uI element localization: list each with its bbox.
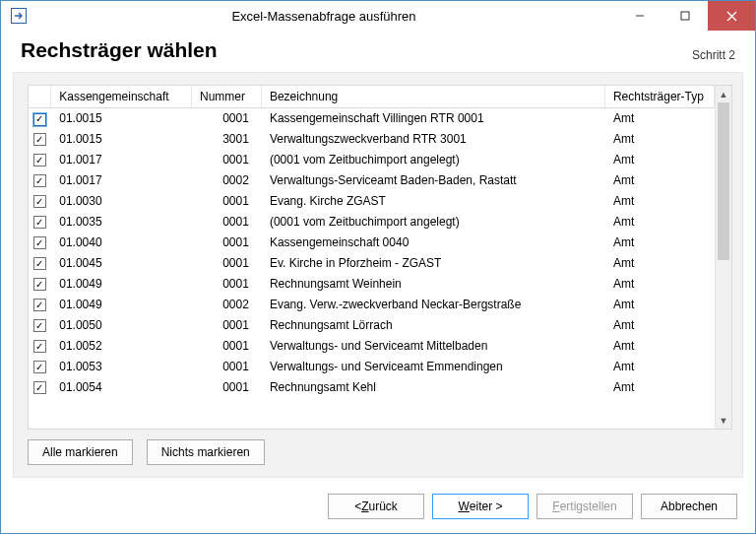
row-checkbox[interactable]: ✓ [33, 113, 46, 126]
table-row[interactable]: ✓01.00300001Evang. Kirche ZGASTAmt [29, 191, 715, 212]
table-row[interactable]: ✓01.00170001(0001 vom Zeitbuchimport ang… [29, 150, 715, 170]
cell-typ: Amt [604, 295, 714, 315]
cell-bez: Verwaltungs-Serviceamt Baden-Baden, Rast… [261, 170, 604, 191]
page-header: Rechsträger wählen Schritt 2 [1, 31, 755, 72]
content-panel: Kassengemeinschaft Nummer Bezeichnung Re… [13, 72, 743, 478]
cell-kg: 01.0015 [51, 108, 192, 129]
cell-num: 0001 [192, 150, 262, 170]
cell-num: 0001 [192, 108, 262, 129]
row-checkbox[interactable]: ✓ [33, 174, 46, 187]
table-row[interactable]: ✓01.00350001(0001 vom Zeitbuchimport ang… [29, 212, 715, 233]
row-checkbox[interactable]: ✓ [33, 257, 46, 270]
cell-num: 0001 [192, 253, 262, 274]
cell-kg: 01.0049 [51, 295, 192, 315]
cell-num: 0001 [192, 233, 262, 253]
cell-kg: 01.0017 [51, 170, 192, 191]
close-button[interactable] [708, 1, 755, 31]
cell-bez: Rechnungsamt Lörrach [261, 315, 604, 336]
cell-num: 0001 [192, 315, 262, 336]
row-checkbox[interactable]: ✓ [33, 216, 46, 229]
row-checkbox[interactable]: ✓ [33, 299, 46, 311]
cell-kg: 01.0030 [51, 191, 192, 212]
cell-bez: Evang. Kirche ZGAST [261, 191, 604, 212]
cell-bez: Verwaltungs- und Serviceamt Emmendingen [261, 357, 604, 377]
cell-kg: 01.0015 [51, 129, 192, 150]
cell-bez: Kassengemeinschaft Villingen RTR 0001 [261, 108, 604, 129]
scroll-thumb[interactable] [718, 102, 729, 260]
cell-bez: Verwaltungszweckverband RTR 3001 [261, 129, 604, 150]
cell-num: 0002 [192, 295, 262, 315]
table-row[interactable]: ✓01.00450001Ev. Kirche in Pforzheim - ZG… [29, 253, 715, 274]
col-header-kg[interactable]: Kassengemeinschaft [51, 86, 192, 108]
cell-kg: 01.0040 [51, 233, 192, 253]
app-icon [7, 4, 31, 28]
table-row[interactable]: ✓01.00153001Verwaltungszweckverband RTR … [29, 129, 715, 150]
row-checkbox[interactable]: ✓ [33, 340, 46, 353]
back-button[interactable]: < Zurück [328, 494, 424, 519]
cell-typ: Amt [604, 150, 714, 170]
table-row[interactable]: ✓01.00500001Rechnungsamt LörrachAmt [29, 315, 715, 336]
col-header-typ[interactable]: Rechtsträger-Typ [604, 86, 714, 108]
table-row[interactable]: ✓01.00400001Kassengemeinschaft 0040Amt [29, 233, 715, 253]
cell-bez: (0001 vom Zeitbuchimport angelegt) [261, 212, 604, 233]
entities-table: Kassengemeinschaft Nummer Bezeichnung Re… [29, 86, 715, 398]
table-container: Kassengemeinschaft Nummer Bezeichnung Re… [28, 85, 732, 430]
cell-bez: Rechnungsamt Weinhein [261, 274, 604, 295]
cell-bez: Verwaltungs- und Serviceamt Mittelbaden [261, 336, 604, 357]
scroll-track[interactable] [716, 102, 731, 412]
cell-num: 0001 [192, 274, 262, 295]
row-checkbox[interactable]: ✓ [33, 133, 46, 146]
cell-num: 0001 [192, 357, 262, 377]
cell-typ: Amt [604, 274, 714, 295]
cell-typ: Amt [604, 336, 714, 357]
maximize-button[interactable] [662, 1, 708, 31]
table-row[interactable]: ✓01.00170002Verwaltungs-Serviceamt Baden… [29, 170, 715, 191]
cell-num: 0001 [192, 191, 262, 212]
cell-typ: Amt [604, 129, 714, 150]
table-row[interactable]: ✓01.00490002Evang. Verw.-zweckverband Ne… [29, 295, 715, 315]
cell-num: 0002 [192, 170, 262, 191]
cell-typ: Amt [604, 108, 714, 129]
page-title: Rechsträger wählen [21, 38, 692, 62]
col-header-bez[interactable]: Bezeichnung [261, 86, 604, 108]
cell-kg: 01.0054 [51, 377, 192, 398]
cell-bez: (0001 vom Zeitbuchimport angelegt) [261, 150, 604, 170]
dialog-window: Excel-Massenabfrage ausführen Rechsträge… [0, 0, 756, 534]
row-checkbox[interactable]: ✓ [33, 319, 46, 332]
scroll-down-icon[interactable]: ▼ [716, 412, 731, 429]
step-indicator: Schritt 2 [692, 48, 735, 62]
cell-typ: Amt [604, 170, 714, 191]
next-button[interactable]: Weiter > [432, 494, 529, 519]
vertical-scrollbar[interactable]: ▲ ▼ [715, 86, 731, 429]
row-checkbox[interactable]: ✓ [33, 236, 46, 249]
table-row[interactable]: ✓01.00150001Kassengemeinschaft Villingen… [29, 108, 715, 129]
row-checkbox[interactable]: ✓ [33, 278, 46, 291]
row-checkbox[interactable]: ✓ [33, 154, 46, 167]
select-none-button[interactable]: Nichts markieren [147, 439, 265, 465]
table-row[interactable]: ✓01.00490001Rechnungsamt WeinheinAmt [29, 274, 715, 295]
cell-kg: 01.0045 [51, 253, 192, 274]
cancel-button[interactable]: Abbrechen [641, 494, 737, 519]
cell-bez: Rechnungsamt Kehl [261, 377, 604, 398]
cell-bez: Evang. Verw.-zweckverband Neckar-Bergstr… [261, 295, 604, 315]
row-checkbox[interactable]: ✓ [33, 195, 46, 208]
minimize-button[interactable] [617, 1, 662, 31]
col-header-num[interactable]: Nummer [192, 86, 262, 108]
table-row[interactable]: ✓01.00540001Rechnungsamt KehlAmt [29, 377, 715, 398]
finish-button[interactable]: Fertigstellen [536, 494, 633, 519]
select-all-button[interactable]: Alle markieren [28, 439, 133, 465]
table-row[interactable]: ✓01.00520001Verwaltungs- und Serviceamt … [29, 336, 715, 357]
row-checkbox[interactable]: ✓ [33, 381, 46, 394]
cell-typ: Amt [604, 191, 714, 212]
scroll-up-icon[interactable]: ▲ [716, 86, 731, 102]
cell-kg: 01.0052 [51, 336, 192, 357]
cell-kg: 01.0017 [51, 150, 192, 170]
cell-num: 0001 [192, 336, 262, 357]
table-row[interactable]: ✓01.00530001Verwaltungs- und Serviceamt … [29, 357, 715, 377]
window-title: Excel-Massenabfrage ausführen [31, 9, 617, 24]
row-checkbox[interactable]: ✓ [33, 361, 46, 373]
cell-typ: Amt [604, 253, 714, 274]
cell-bez: Kassengemeinschaft 0040 [261, 233, 604, 253]
titlebar[interactable]: Excel-Massenabfrage ausführen [1, 1, 755, 31]
col-header-checkbox[interactable] [29, 86, 51, 108]
